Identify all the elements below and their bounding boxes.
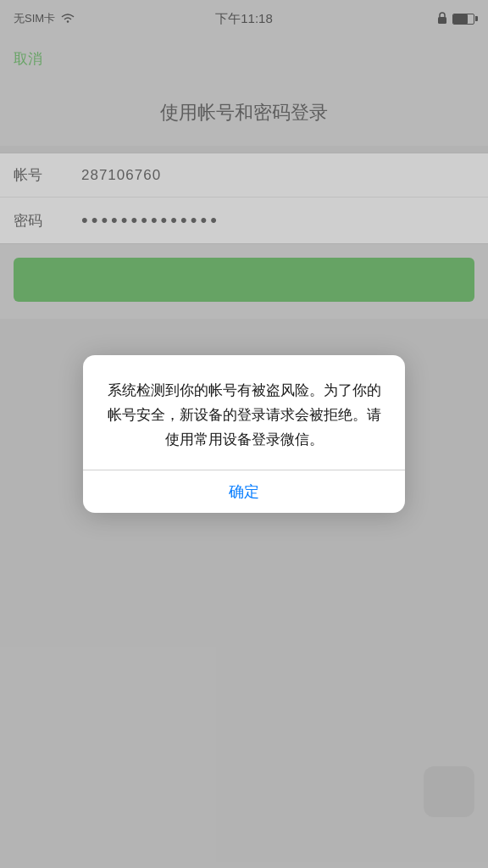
alert-dialog: 系统检测到你的帐号有被盗风险。为了你的帐号安全，新设备的登录请求会被拒绝。请使用… xyxy=(83,355,405,513)
alert-confirm-button[interactable]: 确定 xyxy=(83,470,405,513)
alert-body: 系统检测到你的帐号有被盗风险。为了你的帐号安全，新设备的登录请求会被拒绝。请使用… xyxy=(83,355,405,470)
alert-message: 系统检测到你的帐号有被盗风险。为了你的帐号安全，新设备的登录请求会被拒绝。请使用… xyxy=(107,379,381,453)
alert-actions: 确定 xyxy=(83,470,405,513)
overlay: 系统检测到你的帐号有被盗风险。为了你的帐号安全，新设备的登录请求会被拒绝。请使用… xyxy=(0,0,488,868)
